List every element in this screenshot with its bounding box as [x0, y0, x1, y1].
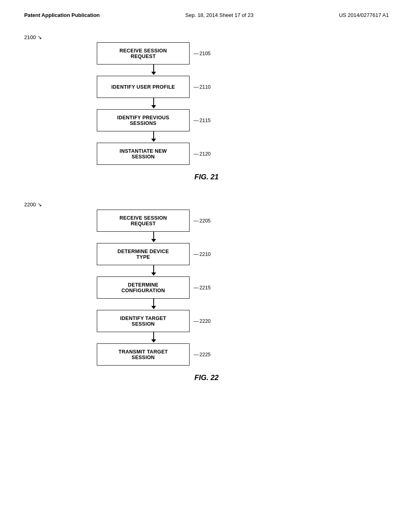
fig22-box-2205: RECEIVE SESSIONREQUEST	[97, 210, 190, 232]
fig22-flow-col: RECEIVE SESSIONREQUEST 2205 DETERMINE DE…	[97, 210, 211, 366]
fig21-label-2110: 2110	[194, 84, 211, 90]
fig22-box-wrapper-2215: DETERMINECONFIGURATION 2215	[97, 276, 211, 299]
fig21-section: 2100 ↘ RECEIVE SESSIONREQUEST 2105 IDENT…	[24, 34, 389, 181]
fig21-arrow-2	[151, 98, 156, 109]
fig22-arrow-2	[151, 265, 156, 276]
page: Patent Application Publication Sep. 18, …	[0, 0, 413, 532]
fig22-arrow-1	[151, 232, 156, 243]
fig21-box-wrapper-2115: IDENTIFY PREVIOUSSESSIONS 2115	[97, 109, 211, 131]
page-header: Patent Application Publication Sep. 18, …	[24, 12, 389, 18]
fig22-caption: FIG. 22	[24, 374, 389, 382]
fig21-ref-label: 2100	[24, 34, 36, 40]
header-right: US 2014/0277617 A1	[339, 12, 389, 18]
fig21-box-wrapper-2110: IDENTIFY USER PROFILE 2110	[97, 76, 211, 98]
fig21-box-2120: INSTANTIATE NEWSESSION	[97, 143, 190, 165]
fig21-caption: FIG. 21	[24, 173, 389, 181]
fig21-flow: RECEIVE SESSIONREQUEST 2105 IDENTIFY USE…	[24, 42, 389, 165]
fig21-box-wrapper-2120: INSTANTIATE NEWSESSION 2120	[97, 143, 211, 165]
fig22-ref-label: 2200	[24, 202, 36, 208]
fig21-box-2115: IDENTIFY PREVIOUSSESSIONS	[97, 109, 190, 131]
fig22-box-2210: DETERMINE DEVICETYPE	[97, 243, 190, 265]
fig21-arrow-3	[151, 131, 156, 143]
fig22-label-2225: 2225	[194, 352, 211, 357]
fig21-label-2115: 2115	[194, 118, 211, 123]
fig22-box-2225: TRANSMIT TARGETSESSION	[97, 343, 190, 366]
fig22-box-wrapper-2210: DETERMINE DEVICETYPE 2210	[97, 243, 211, 265]
fig22-box-wrapper-2205: RECEIVE SESSIONREQUEST 2205	[97, 210, 211, 232]
header-center: Sep. 18, 2014 Sheet 17 of 23	[185, 12, 253, 18]
fig22-section: 2200 ↘ RECEIVE SESSIONREQUEST 2205 DETER…	[24, 202, 389, 382]
fig21-box-2105: RECEIVE SESSIONREQUEST	[97, 42, 190, 64]
fig22-label-2205: 2205	[194, 218, 211, 224]
fig22-label-2215: 2215	[194, 285, 211, 291]
fig21-label-2105: 2105	[194, 51, 211, 56]
fig22-ref-arrow: ↘	[38, 202, 42, 208]
fig21-flow-col: RECEIVE SESSIONREQUEST 2105 IDENTIFY USE…	[97, 42, 211, 165]
fig22-label-2220: 2220	[194, 318, 211, 324]
fig21-label-2120: 2120	[194, 151, 211, 157]
fig22-box-2220: IDENTIFY TARGETSESSION	[97, 310, 190, 332]
header-left: Patent Application Publication	[24, 12, 100, 18]
fig21-arrow-1	[151, 64, 156, 76]
fig21-ref-area: 2100 ↘	[24, 34, 42, 40]
fig22-label-2210: 2210	[194, 251, 211, 257]
fig22-flow: RECEIVE SESSIONREQUEST 2205 DETERMINE DE…	[24, 210, 389, 366]
fig22-arrow-4	[151, 332, 156, 343]
fig21-box-wrapper-2105: RECEIVE SESSIONREQUEST 2105	[97, 42, 211, 64]
fig22-ref-area: 2200 ↘	[24, 202, 42, 208]
fig22-arrow-3	[151, 299, 156, 310]
fig21-box-2110: IDENTIFY USER PROFILE	[97, 76, 190, 98]
fig22-box-2215: DETERMINECONFIGURATION	[97, 276, 190, 299]
fig22-box-wrapper-2225: TRANSMIT TARGETSESSION 2225	[97, 343, 211, 366]
fig21-ref-arrow: ↘	[38, 34, 42, 40]
fig22-box-wrapper-2220: IDENTIFY TARGETSESSION 2220	[97, 310, 211, 332]
